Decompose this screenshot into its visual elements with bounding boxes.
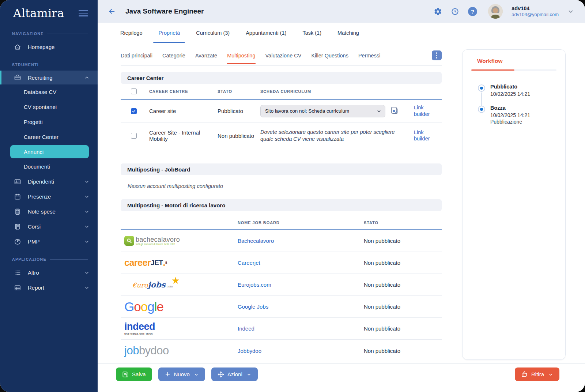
workflow-step-date: 10/02/2025 14:21 xyxy=(490,91,556,97)
jobboard-link[interactable]: Google Jobs xyxy=(238,304,364,310)
jobboard-row-indeed: indeed una ricerca. tutti i lavori. Inde… xyxy=(121,318,442,340)
row-checkbox[interactable] xyxy=(131,108,137,114)
logo-text: o xyxy=(134,299,140,314)
main-tabs: Riepilogo Proprietà Curriculum (3) Appun… xyxy=(98,23,585,43)
subtab-killer-questions[interactable]: Killer Questions xyxy=(311,53,348,59)
tab-curriculum[interactable]: Curriculum (3) xyxy=(196,23,230,43)
tab-appuntamenti[interactable]: Appuntamenti (1) xyxy=(246,23,286,43)
altamira-logo: Altamira xyxy=(13,7,64,20)
help-icon[interactable]: ? xyxy=(468,7,477,16)
user-name: adv104 xyxy=(512,5,559,12)
copy-edit-icon[interactable] xyxy=(390,106,399,116)
magnifier-icon xyxy=(124,236,134,246)
workflow-title[interactable]: Workflow xyxy=(471,58,556,64)
actions-button[interactable]: Azioni xyxy=(211,368,258,381)
workflow-step-date: 10/02/2025 14:21 xyxy=(490,112,556,118)
search-engines-table-header: NOME JOB BOARD STATO xyxy=(121,211,442,230)
chevron-down-icon xyxy=(84,239,90,244)
back-arrow-icon[interactable] xyxy=(108,7,116,15)
subtab-avanzate[interactable]: Avanzate xyxy=(195,53,217,59)
sidebar-item-label: Homepage xyxy=(28,44,54,50)
chevron-down-icon[interactable] xyxy=(567,8,574,15)
sidebar-item-altro[interactable]: Altro xyxy=(0,265,98,280)
career-table-header: CAREER CENTRE STATO SCHEDA CURRICULUM xyxy=(121,84,442,100)
jobboard-row-bachecalavoro: bachecalavoro tutti gli annunci di lavor… xyxy=(121,230,442,252)
star-icon: ★ xyxy=(171,275,180,286)
subtab-valutazione-cv[interactable]: Valutazione CV xyxy=(265,53,302,59)
jobboard-link[interactable]: Jobbydoo xyxy=(238,348,364,354)
sidebar-item-presenze[interactable]: Presenze xyxy=(0,189,98,204)
status-text: Non pubblicato xyxy=(364,260,442,266)
logo-text: l xyxy=(154,299,157,314)
chevron-down-icon xyxy=(84,285,90,290)
tab-proprieta[interactable]: Proprietà xyxy=(158,23,180,43)
subtabs: Dati principali Categorie Avanzate Multi… xyxy=(121,50,442,66)
sidebar-item-recruiting[interactable]: Recruiting xyxy=(0,71,98,84)
page-title: Java Software Engineer xyxy=(125,7,204,15)
jobboard-link[interactable]: Bachecalavoro xyxy=(238,238,364,244)
save-button[interactable]: Salva xyxy=(116,368,152,381)
logo-text: career xyxy=(124,257,151,268)
sidebar-item-cv-spontanei[interactable]: CV spontanei xyxy=(0,99,98,114)
subtab-dati-principali[interactable]: Dati principali xyxy=(121,53,152,59)
withdraw-button[interactable]: Ritira xyxy=(515,368,559,381)
sidebar-item-pmp[interactable]: PMP xyxy=(0,234,98,249)
column-header: SCHEDA CURRICULUM xyxy=(260,89,442,94)
row-checkbox[interactable] xyxy=(131,133,137,139)
avatar[interactable] xyxy=(488,4,503,19)
new-button[interactable]: Nuovo xyxy=(158,368,205,381)
chevron-down-icon xyxy=(548,372,553,377)
chevron-down-icon xyxy=(84,179,90,184)
logo-text: G xyxy=(124,299,134,314)
sidebar-item-annunci-active[interactable]: Annunci xyxy=(10,145,89,158)
link-builder-link[interactable]: Link builder xyxy=(414,129,434,142)
logo-text: job xyxy=(124,344,139,357)
workflow-step-name: Bozza xyxy=(490,105,556,111)
subtab-multiposting[interactable]: Multiposting xyxy=(227,53,255,59)
sidebar-item-label: Corsi xyxy=(28,223,41,230)
tab-task[interactable]: Task (1) xyxy=(302,23,321,43)
sidebar-item-database-cv[interactable]: Database CV xyxy=(0,84,98,99)
section-label-applicazione: APPLICAZIONE xyxy=(0,257,98,261)
hamburger-menu-icon[interactable] xyxy=(77,9,88,17)
jobboard-link[interactable]: Indeed xyxy=(238,325,364,332)
kebab-menu-button[interactable] xyxy=(432,50,442,60)
gear-icon[interactable] xyxy=(434,7,442,16)
jobboard-link[interactable]: Eurojobs.com xyxy=(238,282,364,288)
clock-icon[interactable] xyxy=(451,7,459,16)
column-header: STATO xyxy=(364,220,442,225)
actions-button-label: Azioni xyxy=(227,371,242,377)
app-window: Altamira NAVIGAZIONE Homepage STRUMENTI … xyxy=(0,0,585,392)
sidebar-item-label: Note spese xyxy=(28,208,56,215)
career-row-internal-mobility: Career Site - Internal Mobility Non pubb… xyxy=(121,122,442,149)
chevron-down-icon xyxy=(246,372,252,377)
career-site-name: Career Site - Internal Mobility xyxy=(149,129,218,142)
topbar: Java Software Engineer ? adv104 adv104@y… xyxy=(98,0,585,23)
tab-matching[interactable]: Matching xyxy=(337,23,359,43)
jobboard-link[interactable]: Careerjet xyxy=(238,260,364,266)
sidebar-item-label: Recruiting xyxy=(28,75,53,81)
logo-tagline: una ricerca. tutti i lavori. xyxy=(124,332,155,335)
sidebar-item-report[interactable]: Report xyxy=(0,280,98,295)
curriculum-select[interactable]: Sito lavora con noi: Scheda curriculum xyxy=(260,105,385,117)
sidebar-item-documenti[interactable]: Documenti xyxy=(0,159,98,174)
user-block[interactable]: adv104 adv104@yopmail.com xyxy=(512,5,559,18)
sidebar-item-label: Report xyxy=(28,284,44,291)
calculator-icon xyxy=(14,208,22,215)
save-button-label: Salva xyxy=(132,371,146,377)
subtab-permessi[interactable]: Permessi xyxy=(358,53,380,59)
pie-chart-icon xyxy=(14,238,22,245)
sidebar-item-homepage[interactable]: Homepage xyxy=(0,39,98,54)
timeline-dot-icon xyxy=(478,106,485,113)
logo-text: it xyxy=(165,261,167,265)
sidebar-item-progetti[interactable]: Progetti xyxy=(0,114,98,129)
sidebar-item-note-spese[interactable]: Note spese xyxy=(0,204,98,219)
logo-text: €uro xyxy=(132,281,148,289)
subtab-categorie[interactable]: Categorie xyxy=(162,53,185,59)
sidebar-item-dipendenti[interactable]: Dipendenti xyxy=(0,174,98,189)
sidebar-item-corsi[interactable]: Corsi xyxy=(0,219,98,234)
select-all-checkbox[interactable] xyxy=(131,88,137,94)
tab-riepilogo[interactable]: Riepilogo xyxy=(120,23,142,43)
sidebar-item-career-center[interactable]: Career Center xyxy=(0,129,98,144)
link-builder-link[interactable]: Link builder xyxy=(414,105,434,117)
